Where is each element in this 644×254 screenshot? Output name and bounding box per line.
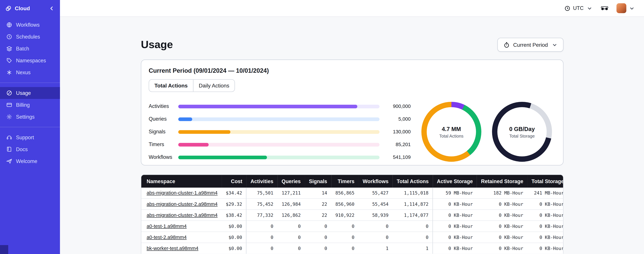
sidebar-item-billing[interactable]: Billing [0, 99, 60, 111]
sidebar-item-settings[interactable]: Settings [0, 111, 60, 123]
value-cell: 0 KB-Hour [527, 198, 563, 210]
bar-track [178, 155, 380, 159]
value-cell: 856,865 [331, 188, 358, 198]
value-cell: 0 [392, 232, 433, 243]
chevron-down-icon [628, 5, 635, 12]
column-header-total-actions: Total Actions [392, 175, 433, 188]
value-cell: 0 [278, 243, 305, 254]
sidebar-item-welcome[interactable]: Welcome [0, 155, 60, 167]
value-cell: 0 KB-Hour [477, 232, 527, 243]
tab-daily-actions[interactable]: Daily Actions [194, 80, 235, 92]
value-cell: 0 KB-Hour [527, 243, 563, 254]
sidebar-item-docs[interactable]: Docs [0, 143, 60, 155]
sidebar-item-support[interactable]: Support [0, 131, 60, 143]
value-cell: 0 [358, 232, 392, 243]
sidebar-item-schedules[interactable]: Schedules [0, 31, 60, 43]
table-row: a0-test-1.a98mm4$0.000000000 KB-Hour0 KB… [141, 221, 564, 232]
usage-page: Usage Current Period Current Period (09/… [141, 17, 563, 254]
schedules-icon [6, 34, 12, 40]
bar-value: 900,000 [384, 104, 411, 109]
cloud-logo-icon [5, 5, 12, 12]
period-selector-label: Current Period [513, 42, 548, 48]
bar-fill [178, 155, 267, 159]
namespace-cell: abs-migration-cluster-1.a98mm4 [141, 188, 222, 198]
app: Cloud WorkflowsSchedulesBatchNamespacesN… [0, 0, 644, 254]
value-cell: 0 [305, 232, 331, 243]
bar-row-timers: Timers85,201 [149, 142, 411, 147]
billing-icon [6, 102, 12, 108]
table-row: a0-test-2.a98mm4$0.000000000 KB-Hour0 KB… [141, 232, 564, 243]
value-cell: 1 [392, 243, 433, 254]
sidebar-divider [0, 82, 60, 83]
namespace-link[interactable]: abs-migration-cluster-2.a98mm4 [147, 201, 218, 207]
table-row: abs-migration-cluster-1.a98mm4$34.4275,5… [141, 188, 564, 198]
sidebar-item-label: Settings [16, 114, 35, 120]
timezone-value: UTC [573, 5, 584, 11]
sidebar-item-nexus[interactable]: Nexus [0, 66, 60, 78]
value-cell: 182 MB-Hour [477, 188, 527, 198]
bar-track [178, 142, 380, 146]
sidebar-item-batch[interactable]: Batch [0, 43, 60, 54]
account-menu[interactable] [616, 3, 635, 13]
value-cell: 856,960 [331, 198, 358, 210]
sidebar-item-label: Docs [16, 146, 28, 152]
column-header-activities: Activities [246, 175, 278, 188]
bar-fill [178, 142, 208, 146]
tab-total-actions[interactable]: Total Actions [149, 80, 193, 92]
value-cell: 0 KB-Hour [433, 198, 477, 210]
table-row: abs-migration-cluster-3.a98mm4$38.4277,3… [141, 210, 564, 221]
period-selector-button[interactable]: Current Period [498, 38, 563, 52]
value-cell: 75,452 [246, 198, 278, 210]
namespace-link[interactable]: a0-test-2.a98mm4 [147, 234, 187, 240]
value-cell: 0 [331, 221, 358, 232]
value-cell: 0 KB-Hour [433, 232, 477, 243]
value-cell: 0 [331, 243, 358, 254]
timezone-select[interactable]: UTC [564, 5, 593, 12]
welcome-icon [6, 158, 12, 164]
namespace-cell: abs-migration-cluster-3.a98mm4 [141, 210, 222, 221]
bar-track [178, 117, 380, 121]
value-cell: 127,211 [278, 188, 305, 198]
value-cell: 0 KB-Hour [477, 210, 527, 221]
value-cell: 0 [392, 221, 433, 232]
value-cell: 0 [305, 221, 331, 232]
value-cell: $0.00 [222, 243, 246, 254]
value-cell: 59 MB-Hour [433, 188, 477, 198]
column-header-workflows: Workflows [358, 175, 392, 188]
table-header-row: NamespaceCostActivitiesQueriesSignalsTim… [141, 175, 564, 188]
bar-row-signals: Signals130,000 [149, 129, 411, 134]
value-cell: 0 [278, 221, 305, 232]
sidebar-item-namespaces[interactable]: Namespaces [0, 54, 60, 66]
bar-label: Workflows [149, 154, 174, 160]
total-storage-caption: Total Storage [509, 133, 535, 138]
value-cell: 14 [305, 188, 331, 198]
settings-icon [6, 114, 12, 120]
usage-card-title: Current Period (09/01/2024 — 10/01/2024) [149, 67, 556, 74]
namespace-link[interactable]: abs-migration-cluster-1.a98mm4 [147, 190, 218, 196]
topbar: UTC [60, 0, 644, 17]
sidebar-item-usage[interactable]: Usage [0, 87, 60, 99]
namespace-link[interactable]: abs-migration-cluster-3.a98mm4 [147, 212, 218, 218]
value-cell: 58,939 [358, 210, 392, 221]
value-cell: 0 KB-Hour [477, 221, 527, 232]
sidebar-collapse-icon[interactable] [48, 5, 55, 12]
sidebar-divider [0, 127, 60, 127]
value-cell: 55,454 [358, 198, 392, 210]
value-cell: $0.00 [222, 232, 246, 243]
sidebar: Cloud WorkflowsSchedulesBatchNamespacesN… [0, 0, 60, 254]
sidebar-nav: WorkflowsSchedulesBatchNamespacesNexusUs… [0, 19, 60, 167]
namespace-link[interactable]: bk-worker-test.a98mm4 [147, 246, 198, 251]
sidebar-item-label: Workflows [16, 22, 40, 28]
goggles-icon[interactable] [600, 5, 609, 12]
namespace-link[interactable]: a0-test-1.a98mm4 [147, 223, 187, 229]
column-header-queries: Queries [278, 175, 305, 188]
sidebar-item-label: Nexus [16, 70, 31, 75]
column-header-timers: Timers [331, 175, 358, 188]
value-cell: 0 KB-Hour [527, 210, 563, 221]
bar-row-queries: Queries5,000 [149, 116, 411, 122]
app-title: Cloud [15, 5, 45, 12]
sidebar-item-workflows[interactable]: Workflows [0, 19, 60, 31]
bar-value: 85,201 [384, 142, 411, 147]
sidebar-item-label: Batch [16, 46, 29, 52]
column-header-namespace: Namespace [141, 175, 222, 188]
